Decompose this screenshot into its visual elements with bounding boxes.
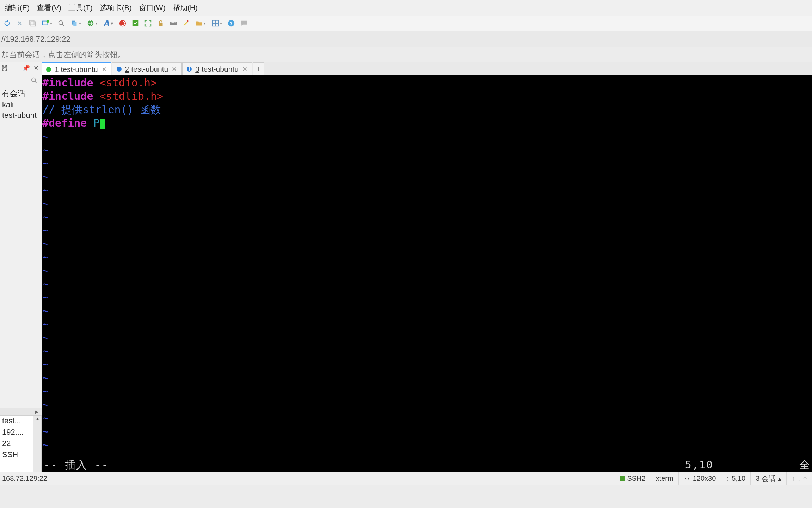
menu-edit[interactable]: 编辑(E) [1,1,33,14]
highlighter-icon[interactable] [180,18,192,29]
session-item[interactable]: kali [0,99,42,110]
arrow-up-icon[interactable]: ↑ [792,474,795,483]
svg-rect-11 [159,23,163,26]
circle-icon[interactable]: ○ [803,474,807,483]
red-spiral-icon[interactable] [117,18,128,29]
chat-icon[interactable] [238,18,250,29]
main-area: 1 test-ubuntu ✕ i 2 test-ubuntu ✕ i 3 te… [42,62,812,472]
svg-rect-12 [170,22,177,25]
svg-point-23 [32,78,36,82]
svg-rect-0 [30,20,34,25]
chevron-up-icon: ▴ [778,474,781,483]
lock-icon[interactable] [155,18,166,29]
address-text: //192.168.72.129:22 [1,35,70,44]
copy-icon[interactable] [68,18,83,29]
resize-icon: ↔ [684,474,691,483]
terminal[interactable]: #include <stdio.h> #include <stdlib.h> /… [42,75,812,472]
vim-scroll-pos: 全 [799,458,811,472]
reconnect-icon[interactable] [1,18,13,29]
session-item[interactable]: test-ubunt [0,110,42,121]
pin-icon[interactable]: 📌 [22,64,30,72]
vim-cursor-pos: 5,10 [685,458,713,472]
svg-rect-13 [171,22,172,23]
work-area: 器 📌 ✕ 有会话 kali test-ubunt ▸ test...▴ 192… [0,62,812,472]
status-terminal-type: xterm [651,472,678,485]
svg-rect-16 [175,22,176,23]
info-dot-icon: i [117,67,122,72]
status-ssh: SSH2 [615,472,650,485]
scroll-up-icon[interactable]: ▴ [33,416,41,427]
info-cell: test... [0,416,33,427]
position-icon: ↕ [726,474,730,483]
cascade-icon[interactable] [27,18,38,29]
tab-3[interactable]: i 3 test-ubuntu ✕ [182,62,252,75]
hint-bar: 加当前会话，点击左侧的箭头按钮。 [0,47,812,62]
menubar: 编辑(E) 查看(V) 工具(T) 选项卡(B) 窗口(W) 帮助(H) [0,0,812,16]
svg-rect-15 [173,22,174,23]
info-dot-icon: i [187,67,192,72]
sidebar-splitter[interactable]: ▸ [0,408,42,416]
tab-close-icon[interactable]: ✕ [172,65,177,73]
info-cell: 192.... [0,427,33,438]
keyboard-icon[interactable] [168,18,179,29]
tab-bar: 1 test-ubuntu ✕ i 2 test-ubuntu ✕ i 3 te… [42,62,812,75]
info-cell [0,461,33,472]
toolbar: A ? [0,16,812,31]
menu-help[interactable]: 帮助(H) [169,1,201,14]
svg-line-5 [62,24,64,26]
tab-2[interactable]: i 2 test-ubuntu ✕ [112,62,182,75]
info-cell: SSH [0,449,33,461]
menu-view[interactable]: 查看(V) [33,1,65,14]
svg-point-3 [47,20,49,22]
sidebar-header: 器 📌 ✕ [0,62,42,74]
tab-close-icon[interactable]: ✕ [242,65,247,73]
status-bar: 168.72.129:22 SSH2 xterm ↔ 120x30 ↕ 5,10… [0,472,812,485]
menu-tools[interactable]: 工具(T) [65,1,96,14]
fullscreen-icon[interactable] [142,18,154,29]
address-bar[interactable]: //192.168.72.129:22 [0,31,812,47]
svg-rect-1 [31,22,35,26]
status-cursor: ↕ 5,10 [721,472,750,485]
status-sessions[interactable]: 3 会话 ▴ [750,472,786,485]
status-address: 168.72.129:22 [0,474,615,483]
sidebar-title: 器 [0,64,8,72]
session-item[interactable]: 有会话 [0,87,42,99]
help-icon[interactable]: ? [226,18,237,29]
tab-close-icon[interactable]: ✕ [102,66,107,73]
folder-icon[interactable] [193,18,208,29]
status-size: ↔ 120x30 [678,472,721,485]
cursor-block [100,119,105,129]
sidebar: 器 📌 ✕ 有会话 kali test-ubunt ▸ test...▴ 192… [0,62,42,472]
info-cell: 22 [0,438,33,449]
session-list: 有会话 kali test-ubunt [0,87,42,408]
search-icon[interactable] [56,18,67,29]
vim-mode: -- 插入 -- [43,458,109,472]
green-box-icon[interactable] [130,18,141,29]
search-small-icon [30,77,38,84]
svg-text:?: ? [230,20,233,26]
close-panel-icon[interactable]: ✕ [33,64,39,72]
status-nav: ↑ ↓ ○ [786,472,812,485]
vim-status-line: -- 插入 -- 5,10 全 [42,458,812,472]
svg-point-4 [59,20,63,24]
font-icon[interactable]: A [101,18,116,29]
menu-tabs[interactable]: 选项卡(B) [96,1,135,14]
menu-window[interactable]: 窗口(W) [135,1,169,14]
sidebar-search[interactable] [0,74,42,87]
ssh-status-icon [620,476,625,481]
grid-icon[interactable] [209,18,224,29]
scroll-track[interactable] [33,427,41,438]
svg-rect-7 [73,22,76,26]
globe-icon[interactable] [85,18,99,29]
tab-1[interactable]: 1 test-ubuntu ✕ [42,62,111,75]
disconnect-icon[interactable] [14,18,25,29]
arrow-down-icon[interactable]: ↓ [797,474,801,483]
session-info-grid: test...▴ 192.... 22 SSH [0,416,42,472]
svg-rect-14 [172,22,173,23]
hint-text: 加当前会话，点击左侧的箭头按钮。 [1,49,125,60]
new-tab-button[interactable]: + [253,62,264,75]
status-dot-icon [46,67,51,72]
svg-line-24 [35,81,37,83]
new-session-icon[interactable] [39,18,54,29]
